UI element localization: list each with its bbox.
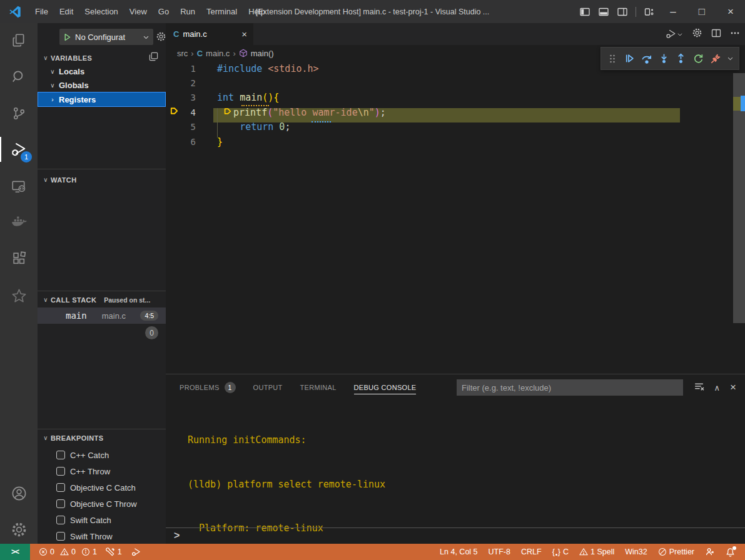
line-number: 3 <box>182 92 196 102</box>
customize-layout-icon[interactable] <box>640 0 659 23</box>
more-actions-icon[interactable] <box>730 28 740 41</box>
language-mode[interactable]: {} C <box>552 548 569 556</box>
step-over-icon[interactable] <box>641 51 653 67</box>
variables-item-locals[interactable]: ∨Locals <box>38 64 166 78</box>
launch-settings-gear-icon[interactable] <box>156 31 166 44</box>
tab-debug-console[interactable]: DEBUG CONSOLE <box>354 374 417 401</box>
code-line-5[interactable]: 5 return 0; <box>166 120 745 134</box>
run-and-debug-icon[interactable]: 1 <box>0 134 38 164</box>
debug-status[interactable] <box>131 547 141 558</box>
menu-edit[interactable]: Edit <box>54 0 79 23</box>
menu-run[interactable]: Run <box>175 0 201 23</box>
toolbar-drag-grip[interactable] <box>606 51 619 67</box>
source-control-icon[interactable] <box>0 98 38 128</box>
breadcrumb-folder[interactable]: src <box>177 49 188 58</box>
checkbox[interactable] <box>56 451 65 459</box>
vscode-logo-icon <box>8 5 22 19</box>
menu-terminal[interactable]: Terminal <box>201 0 243 23</box>
problems-status[interactable]: 0 0 1 <box>39 548 97 556</box>
code-line-6[interactable]: 6 } <box>166 134 745 149</box>
search-icon[interactable] <box>0 62 38 92</box>
remote-indicator[interactable]: >< <box>0 544 30 560</box>
clear-console-icon[interactable] <box>694 381 704 394</box>
remote-explorer-icon[interactable] <box>0 172 38 202</box>
call-stack-section-header[interactable]: ∨ CALL STACK Paused on st... <box>38 293 166 306</box>
toggle-secondary-sidebar-icon[interactable] <box>613 0 632 23</box>
explorer-icon[interactable] <box>0 26 38 56</box>
menu-selection[interactable]: Selection <box>79 0 123 23</box>
variables-item-globals[interactable]: ∨Globals <box>38 78 166 92</box>
code-line-3[interactable]: 3 int main(){ <box>166 91 745 105</box>
collapse-all-icon[interactable] <box>149 52 158 64</box>
feedback-icon[interactable] <box>705 547 715 557</box>
extensions-icon[interactable] <box>0 243 38 273</box>
star-icon[interactable] <box>0 281 38 311</box>
debug-console-input[interactable]: > <box>166 528 745 542</box>
restart-icon[interactable] <box>692 51 704 67</box>
disconnect-icon[interactable] <box>709 51 722 67</box>
checkbox[interactable] <box>56 467 65 476</box>
step-into-icon[interactable] <box>657 51 670 67</box>
checkbox[interactable] <box>56 516 65 524</box>
tab-terminal[interactable]: TERMINAL <box>300 374 337 401</box>
tools-status[interactable]: 1 <box>106 548 122 557</box>
cursor-position[interactable]: Ln 4, Col 5 <box>440 548 477 556</box>
run-debug-sidebar: No Configurat ∨ VARIABLES ∨Locals ∨Globa… <box>38 23 166 544</box>
checkbox[interactable] <box>56 532 65 541</box>
split-editor-icon[interactable] <box>711 28 721 41</box>
console-filter-input[interactable] <box>457 379 683 396</box>
chevron-down-icon[interactable] <box>726 51 734 67</box>
settings-gear-icon[interactable] <box>0 514 38 544</box>
menu-file[interactable]: File <box>29 0 54 23</box>
tab-output[interactable]: OUTPUT <box>253 374 283 401</box>
editor-settings-gear-icon[interactable] <box>692 28 702 41</box>
breakpoint-cpp-throw[interactable]: C++ Throw <box>38 464 166 479</box>
menu-view[interactable]: View <box>124 0 153 23</box>
breakpoint-cpp-catch[interactable]: C++ Catch <box>38 448 166 462</box>
checkbox[interactable] <box>56 483 65 492</box>
close-button[interactable]: × <box>716 0 745 23</box>
breadcrumb-symbol[interactable]: main() <box>251 49 274 58</box>
tab-problems[interactable]: PROBLEMS 1 <box>180 374 236 401</box>
chevron-expanded-icon: ∨ <box>41 296 51 303</box>
stack-frame-row[interactable]: main main.c 4:5 <box>38 308 166 324</box>
toggle-sidebar-icon[interactable] <box>575 0 594 23</box>
formatter-status[interactable]: Prettier <box>658 548 694 556</box>
braces-icon: {} <box>552 548 560 556</box>
toggle-panel-icon[interactable] <box>594 0 613 23</box>
eol-indicator[interactable]: CRLF <box>521 548 542 556</box>
account-icon[interactable] <box>0 478 38 508</box>
platform-indicator[interactable]: Win32 <box>625 548 647 556</box>
menu-go[interactable]: Go <box>153 0 175 23</box>
maximize-panel-icon[interactable]: ∧ <box>714 383 721 392</box>
variables-section-header[interactable]: ∨ VARIABLES <box>38 51 166 64</box>
run-or-debug-icon[interactable] <box>665 28 683 40</box>
spell-checker-status[interactable]: 1 Spell <box>579 548 614 556</box>
maximize-button[interactable]: □ <box>687 0 716 23</box>
debug-config-dropdown[interactable]: No Configurat <box>59 29 153 45</box>
breakpoint-swift-catch[interactable]: Swift Catch <box>38 512 166 528</box>
debug-console-output[interactable]: Running initCommands: (lldb) platform se… <box>188 404 732 509</box>
code-line-4-current[interactable]: 4 printf("hello wamr-ide\n"); <box>166 105 745 119</box>
docker-icon[interactable] <box>0 207 38 237</box>
tab-main-c[interactable]: C main.c × <box>166 23 253 45</box>
tab-close-icon[interactable]: × <box>241 29 247 39</box>
breakpoint-swift-throw[interactable]: Swift Throw <box>38 529 166 544</box>
inline-breakpoint-icon[interactable] <box>223 107 232 118</box>
checkbox[interactable] <box>56 499 65 508</box>
step-out-icon[interactable] <box>675 51 687 67</box>
continue-icon[interactable] <box>623 51 636 67</box>
minimize-button[interactable]: – <box>659 0 687 23</box>
code-editor[interactable]: 1 #include <stdio.h> 2 3 int main(){ 4 <box>166 61 745 374</box>
variables-item-registers[interactable]: ›Registers <box>38 92 166 107</box>
breakpoint-objc-throw[interactable]: Objective C Throw <box>38 496 166 511</box>
notifications-bell-icon[interactable] <box>726 548 735 557</box>
close-panel-icon[interactable]: × <box>730 381 736 394</box>
breakpoints-section-header[interactable]: ∨ BREAKPOINTS <box>38 431 166 444</box>
watch-section-header[interactable]: ∨ WATCH <box>38 173 166 186</box>
encoding-indicator[interactable]: UTF-8 <box>489 548 510 556</box>
breadcrumb-file[interactable]: main.c <box>206 49 230 58</box>
code-line-2[interactable]: 2 <box>166 76 745 90</box>
breakpoint-objc-catch[interactable]: Objective C Catch <box>38 480 166 495</box>
debug-stackframe-icon[interactable] <box>166 106 182 118</box>
